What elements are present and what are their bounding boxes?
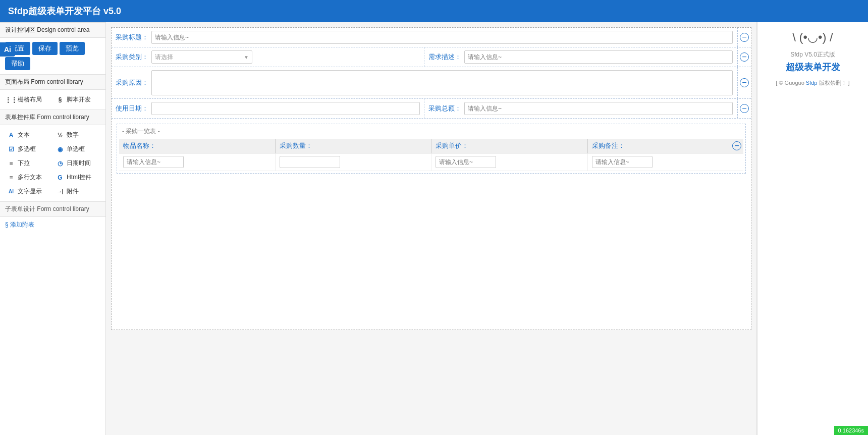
demand-desc-label: 需求描述： [428, 52, 461, 62]
sub-table-minus-icon[interactable]: − [732, 141, 741, 150]
app-title: Sfdp超级表单开发平台 v5.0 [8, 6, 121, 16]
use-date-input[interactable] [151, 102, 420, 115]
form-row-category: 采购类别： 请选择 ▼ 需求描述： − [112, 47, 751, 67]
purchase-reason-label: 采购原因： [116, 78, 148, 87]
sub-col-unit-price: 采购单价： [431, 139, 588, 153]
sidebar-item-number[interactable]: ½ 数字 [53, 128, 101, 142]
brand-label: Sfdp V5.0正式版 [790, 50, 835, 59]
sidebar-item-datetime[interactable]: ◷ 日期时间 [53, 156, 101, 170]
row3-minus-btn[interactable]: − [737, 67, 751, 98]
script-label: 脚本开发 [67, 95, 91, 104]
layout-section-title: 页面布局 Form control library [0, 74, 105, 90]
purchase-category-label: 采购类别： [116, 52, 148, 62]
row4-minus-icon[interactable]: − [740, 104, 749, 113]
purchase-total-input[interactable] [464, 102, 733, 115]
sub-table-title: - 采购一览表 - [119, 126, 743, 137]
control-items: A 文本 ½ 数字 ☑ 多选框 ◉ 单选框 ≡ 下拉 ◷ 日期时间 [0, 125, 105, 201]
preview-button[interactable]: 预览 [60, 42, 85, 55]
version-badge: 0.162346s [834, 426, 868, 435]
row2-minus-icon[interactable]: − [740, 52, 749, 62]
dropdown-label: 下拉 [18, 159, 30, 168]
purchase-reason-textarea[interactable] [151, 70, 733, 95]
sidebar-item-grid-layout[interactable]: ⋮⋮ 栅格布局 [4, 93, 52, 106]
row2-minus-btn[interactable]: − [737, 47, 751, 67]
number-label: 数字 [67, 131, 79, 139]
form-row-date-total: 使用日期： 采购总额： − [112, 99, 751, 119]
sub-form-section-title: 子表单设计 Form control library [0, 201, 105, 217]
attachment-icon: →| [56, 188, 64, 196]
design-section-title: 设计控制区 Design control area [0, 22, 105, 38]
sub-notes-input[interactable] [592, 156, 653, 168]
sidebar-item-dropdown[interactable]: ≡ 下拉 [4, 156, 52, 170]
sidebar-item-html[interactable]: G Html控件 [53, 171, 101, 184]
sub-unit-price-input[interactable] [436, 156, 496, 168]
row1-minus-btn[interactable]: − [737, 28, 751, 47]
select-chevron-icon: ▼ [244, 55, 249, 60]
form-canvas: 采购标题： − 采购类别： 请选择 ▼ 需求描述： [111, 27, 751, 330]
sub-item-name-input[interactable] [123, 156, 184, 168]
version-value: 0.162346s [838, 427, 864, 433]
sub-col-quantity: 采购数量： [276, 139, 432, 153]
field-use-date: 使用日期： [112, 99, 424, 118]
row1-minus-icon[interactable]: − [740, 33, 749, 42]
ai-tab[interactable]: Ai [0, 42, 15, 57]
layout-items: ⋮⋮ 栅格布局 § 脚本开发 [0, 90, 105, 110]
demand-desc-input[interactable] [464, 50, 733, 64]
copyright-text: [ © Guoguo Sfdp 版权禁删！ ] [776, 79, 849, 87]
purchase-title-input[interactable] [151, 31, 733, 44]
grid-layout-label: 栅格布局 [18, 95, 42, 104]
row3-minus-icon[interactable]: − [740, 78, 749, 87]
textarea-label: 多行文本 [18, 173, 42, 182]
sub-table-row [119, 153, 743, 171]
sub-quantity-input[interactable] [280, 156, 340, 168]
field-purchase-total: 采购总额： [424, 99, 737, 118]
save-button[interactable]: 保存 [32, 42, 58, 55]
sidebar-item-checkbox[interactable]: ☑ 多选框 [4, 142, 52, 156]
sfdp-link[interactable]: Sfdp [806, 80, 818, 86]
sidebar-item-text[interactable]: A 文本 [4, 128, 52, 142]
script-icon: § [56, 96, 64, 104]
datetime-label: 日期时间 [67, 159, 91, 168]
control-section-title: 表单控件库 Form control library [0, 110, 105, 125]
sub-table-wrapper: - 采购一览表 - 物品名称： 采购数量： 采购单价： 采购 [112, 119, 751, 179]
row4-minus-btn[interactable]: − [737, 99, 751, 118]
sidebar-item-textarea[interactable]: ≡ 多行文本 [4, 171, 52, 184]
field-purchase-reason: 采购原因： [112, 67, 737, 98]
sidebar-item-attachment[interactable]: →| 附件 [53, 185, 101, 198]
html-label: Html控件 [67, 173, 91, 182]
sub-col-item-name: 物品名称： [119, 139, 276, 153]
purchase-category-placeholder: 请选择 [155, 53, 173, 62]
radio-label: 单选框 [67, 145, 85, 153]
text-display-label: 文字显示 [18, 187, 42, 196]
emoticon-display: \ (•◡•) / [792, 30, 833, 44]
sidebar-item-text-display[interactable]: Ai 文字显示 [4, 185, 52, 198]
text-label: 文本 [18, 131, 30, 139]
textarea-icon: ≡ [7, 174, 15, 182]
sub-cell-notes [588, 153, 744, 171]
checkbox-label: 多选框 [18, 145, 36, 153]
brand-title: 超级表单开发 [786, 61, 840, 73]
sub-table-container: - 采购一览表 - 物品名称： 采购数量： 采购单价： 采购 [117, 124, 746, 174]
sub-cell-unit-price [431, 153, 588, 171]
add-sub-table-button[interactable]: § 添加附表 [0, 217, 105, 233]
use-date-label: 使用日期： [116, 104, 148, 113]
sub-col-notes: 采购备注： − [588, 139, 744, 153]
right-panel: \ (•◡•) / Sfdp V5.0正式版 超级表单开发 [ © Guoguo… [757, 22, 868, 435]
purchase-title-label: 采购标题： [116, 33, 148, 42]
purchase-category-select[interactable]: 请选择 ▼ [151, 50, 252, 64]
form-canvas-area: 采购标题： − 采购类别： 请选择 ▼ 需求描述： [106, 22, 757, 435]
sidebar-item-radio[interactable]: ◉ 单选框 [53, 142, 101, 156]
sub-cell-quantity [276, 153, 432, 171]
sidebar: 设计控制区 Design control area 配置 保存 预览 帮助 页面… [0, 22, 106, 435]
dropdown-icon: ≡ [7, 159, 15, 168]
number-icon: ½ [56, 131, 64, 139]
datetime-icon: ◷ [56, 159, 64, 168]
help-button[interactable]: 帮助 [5, 57, 30, 70]
form-row-title: 采购标题： − [112, 28, 751, 47]
sidebar-item-script[interactable]: § 脚本开发 [53, 93, 101, 106]
purchase-total-label: 采购总额： [428, 104, 461, 113]
text-display-icon: Ai [7, 188, 15, 196]
sub-cell-item-name [119, 153, 276, 171]
html-icon: G [56, 174, 64, 182]
attachment-label: 附件 [67, 187, 79, 196]
